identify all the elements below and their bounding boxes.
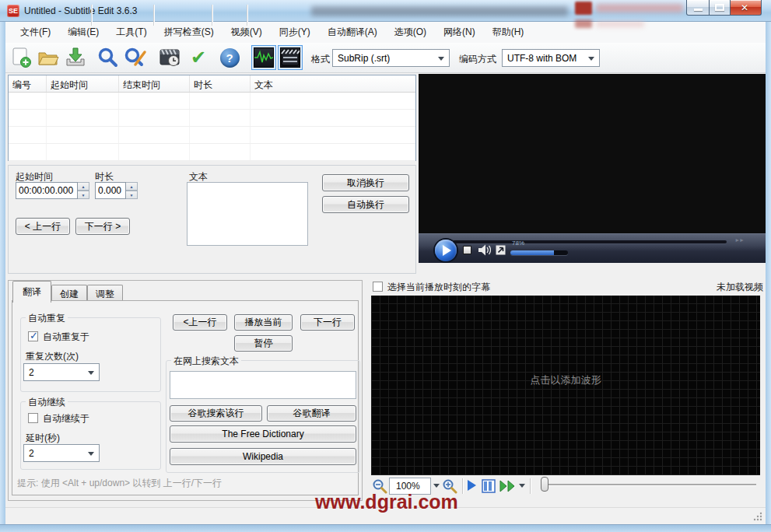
fast-forward-green-icon (499, 480, 517, 492)
video-player[interactable]: ◄◄ ►► 78% (419, 74, 766, 263)
seek-bar[interactable] (453, 240, 727, 243)
auto-repeat-checkbox[interactable] (28, 331, 38, 341)
save-icon (65, 47, 86, 68)
volume-fill (510, 250, 554, 255)
google-search-button[interactable]: 谷歌搜索该行 (170, 405, 262, 422)
table-row (9, 144, 415, 161)
encoding-select[interactable]: UTF-8 with BOM (502, 49, 600, 67)
start-time-input[interactable] (16, 182, 78, 199)
menu-options[interactable]: 选项(O) (386, 22, 435, 43)
visual-sync-button[interactable] (159, 46, 182, 69)
speed-dropdown-arrow-icon[interactable] (519, 484, 525, 491)
autobreak-button[interactable]: 自动换行 (322, 196, 409, 213)
menu-edit[interactable]: 编辑(E) (59, 22, 107, 43)
delay-select[interactable]: 2 (23, 444, 100, 462)
stop-button[interactable] (463, 246, 471, 254)
delay-label: 延时(秒) (26, 432, 60, 445)
playback-speed-button[interactable] (499, 477, 517, 495)
volume-slider[interactable] (510, 250, 568, 255)
waveform-area[interactable]: 点击以添加波形 (371, 296, 760, 475)
unbreak-button[interactable]: 取消换行 (322, 174, 409, 191)
spellcheck-button[interactable]: ✔ (187, 46, 210, 69)
column-end-time[interactable]: 结束时间 (119, 75, 190, 92)
prev-line-button[interactable]: < 上一行 (16, 218, 70, 235)
resize-grip-icon[interactable] (752, 511, 763, 522)
volume-icon[interactable] (478, 244, 491, 256)
menu-network[interactable]: 网络(N) (435, 22, 484, 43)
minimize-button[interactable] (686, 0, 710, 16)
pause-button[interactable]: 暂停 (234, 335, 293, 352)
title-bar[interactable]: SE Untitled - Subtitle Edit 3.6.3 (0, 0, 771, 22)
video-icon (280, 47, 300, 68)
close-button[interactable]: ✕ (731, 0, 762, 16)
duration-input[interactable] (95, 182, 126, 199)
table-row (9, 127, 415, 144)
menu-sync[interactable]: 同步(Y) (271, 22, 319, 43)
auto-continue-checkbox[interactable] (28, 413, 38, 423)
column-start-time[interactable]: 起始时间 (47, 75, 119, 92)
google-translate-button[interactable]: 谷歌翻译 (267, 405, 356, 422)
translate-next-line-button[interactable]: 下一行 (300, 314, 355, 331)
find-button[interactable] (96, 46, 120, 69)
select-current-subtitle-label: 选择当前播放时刻的字幕 (387, 281, 490, 294)
column-duration[interactable]: 时长 (190, 75, 251, 92)
open-file-button[interactable] (37, 46, 60, 69)
menu-help[interactable]: 帮助(H) (484, 22, 533, 43)
spinner-buttons[interactable]: ▲▼ (78, 182, 89, 199)
help-button[interactable]: ? (218, 46, 241, 69)
start-time-stepper[interactable]: ▲▼ (16, 182, 89, 199)
menu-tools[interactable]: 工具(T) (107, 22, 155, 43)
waveform-toggle-button[interactable] (251, 45, 276, 70)
menu-auto-translate[interactable]: 自动翻译(A) (319, 22, 386, 43)
next-line-button[interactable]: 下一行 > (75, 218, 130, 235)
menu-file[interactable]: 文件(F) (12, 22, 59, 43)
spin-down-icon[interactable]: ▼ (78, 191, 89, 199)
replace-button[interactable] (124, 46, 147, 69)
minimize-icon (694, 9, 703, 11)
column-text[interactable]: 文本 (251, 75, 415, 92)
subtitle-text-area[interactable] (187, 182, 308, 246)
format-label: 格式 (311, 53, 330, 66)
play-button[interactable] (435, 240, 457, 261)
waveform-position-thumb[interactable] (541, 477, 548, 492)
fast-forward-icon[interactable]: ►► (734, 237, 744, 243)
tab-translate[interactable]: 翻译 (12, 281, 51, 303)
fullscreen-icon[interactable] (496, 245, 506, 255)
web-search-title: 在网上搜索文本 (171, 355, 241, 368)
search-icon (97, 47, 119, 68)
column-number[interactable]: 编号 (9, 75, 47, 92)
web-search-input[interactable] (170, 371, 356, 399)
subtitle-list[interactable]: 编号 起始时间 结束时间 时长 文本 (8, 75, 416, 161)
toolbar-separator (462, 478, 463, 494)
app-icon: SE (7, 5, 19, 17)
site-watermark: www.dgrai.com (315, 491, 458, 513)
spin-up-icon[interactable]: ▲ (78, 182, 89, 191)
menu-bar: 文件(F) 编辑(E) 工具(T) 拼写检查(S) 视频(V) 同步(Y) 自动… (5, 22, 766, 43)
toolbar-separator (91, 5, 92, 26)
waveform-play-button[interactable] (468, 480, 482, 491)
zoom-dropdown-arrow-icon[interactable] (433, 484, 440, 491)
select-current-subtitle-checkbox[interactable] (373, 282, 383, 292)
play-current-button[interactable]: 播放当前 (234, 314, 293, 331)
new-file-button[interactable] (9, 46, 33, 69)
video-status-text: 未加载视频 (717, 281, 763, 294)
repeat-count-select[interactable]: 2 (23, 363, 100, 381)
checkmark-icon: ✔ (191, 48, 206, 67)
columns-view-button[interactable] (481, 477, 496, 495)
spinner-buttons[interactable]: ▲▼ (126, 182, 138, 199)
format-select[interactable]: SubRip (.srt) (332, 49, 450, 67)
window-border-left (0, 22, 5, 532)
blurred-pink-text (596, 4, 683, 12)
blurred-red-badge-2 (575, 19, 592, 28)
toolbar-separator (530, 478, 531, 494)
wikipedia-button[interactable]: Wikipedia (170, 448, 356, 465)
waveform-position-slider[interactable] (546, 484, 756, 485)
spin-up-icon[interactable]: ▲ (126, 182, 138, 191)
save-button[interactable] (64, 46, 87, 69)
duration-stepper[interactable]: ▲▼ (95, 182, 138, 199)
maximize-button[interactable] (710, 0, 731, 16)
free-dictionary-button[interactable]: The Free Dictionary (170, 425, 356, 443)
translate-prev-line-button[interactable]: <上一行 (173, 314, 227, 331)
spin-down-icon[interactable]: ▼ (126, 191, 138, 199)
video-toggle-button[interactable] (278, 45, 303, 70)
